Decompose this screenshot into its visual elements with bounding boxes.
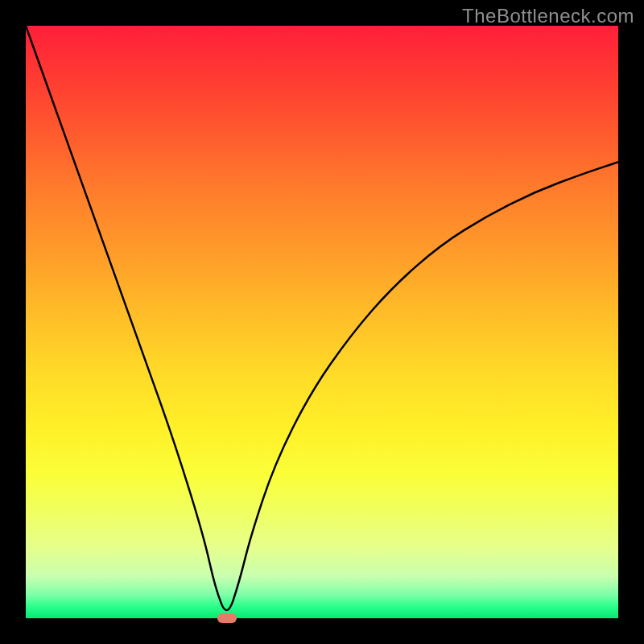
watermark-text: TheBottleneck.com [462,5,634,27]
chart-frame: TheBottleneck.com [0,0,644,644]
minimum-marker [217,613,237,623]
bottleneck-curve [26,26,618,618]
plot-area [26,26,618,618]
